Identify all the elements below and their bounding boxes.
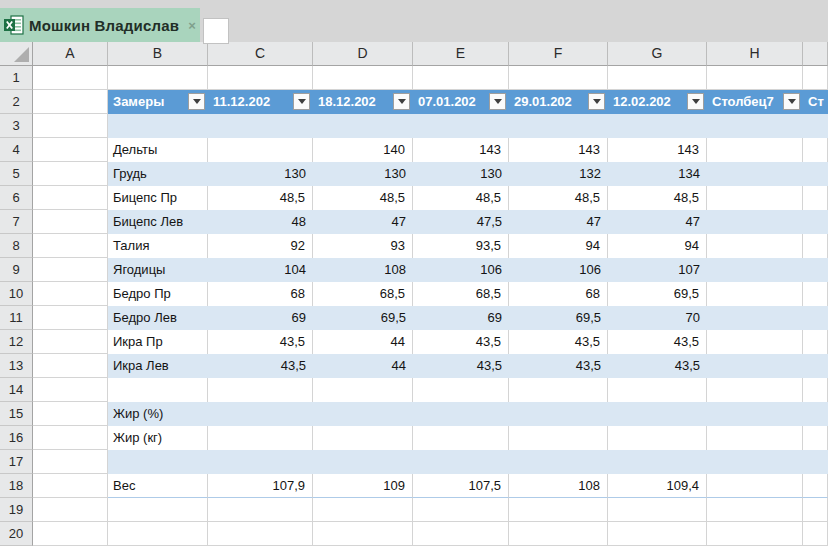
cell-D16[interactable] [313,426,413,450]
filter-dropdown-button[interactable] [783,93,800,110]
row-header-12[interactable]: 12 [0,330,33,354]
cell-D1[interactable] [313,66,413,90]
cell-B8[interactable]: Талия [108,234,208,258]
cell-A3[interactable] [33,114,108,138]
row-header-10[interactable]: 10 [0,282,33,306]
cell-H18[interactable] [707,474,803,498]
cell-B15[interactable]: Жир (%) [108,402,208,426]
column-header-A[interactable]: A [33,42,108,66]
row-header-5[interactable]: 5 [0,162,33,186]
filter-dropdown-button[interactable] [293,93,310,110]
column-header-D[interactable]: D [313,42,413,66]
cell-D6[interactable]: 48,5 [313,186,413,210]
cell-F3[interactable] [509,114,608,138]
cell-F1[interactable] [509,66,608,90]
cell-I7[interactable] [803,210,828,234]
cell-E5[interactable]: 130 [413,162,509,186]
cell-F5[interactable]: 132 [509,162,608,186]
cell-D3[interactable] [313,114,413,138]
cell-I15[interactable] [803,402,828,426]
cell-C1[interactable] [208,66,313,90]
column-header-G[interactable]: G [608,42,707,66]
cell-A10[interactable] [33,282,108,306]
cell-H10[interactable] [707,282,803,306]
filter-dropdown-button[interactable] [588,93,605,110]
cell-I10[interactable] [803,282,828,306]
row-header-6[interactable]: 6 [0,186,33,210]
cell-G7[interactable]: 47 [608,210,707,234]
row-header-20[interactable]: 20 [0,522,33,546]
cell-B18[interactable]: Вес [108,474,208,498]
cell-A17[interactable] [33,450,108,474]
cell-F18[interactable]: 108 [509,474,608,498]
cell-B13[interactable]: Икра Лев [108,354,208,378]
cell-A16[interactable] [33,426,108,450]
cell-A13[interactable] [33,354,108,378]
row-header-19[interactable]: 19 [0,498,33,522]
cell-C19[interactable] [208,498,313,522]
cell-C9[interactable]: 104 [208,258,313,282]
cell-C6[interactable]: 48,5 [208,186,313,210]
cell-B6[interactable]: Бицепс Пр [108,186,208,210]
cell-H14[interactable] [707,378,803,402]
cell-A11[interactable] [33,306,108,330]
cell-G6[interactable]: 48,5 [608,186,707,210]
cell-A6[interactable] [33,186,108,210]
cell-G9[interactable]: 107 [608,258,707,282]
cell-G16[interactable] [608,426,707,450]
tab-close-icon[interactable]: × [188,19,196,32]
cell-G5[interactable]: 134 [608,162,707,186]
cell-I14[interactable] [803,378,828,402]
cell-I18[interactable] [803,474,828,498]
cell-C4[interactable] [208,138,313,162]
cell-I5[interactable] [803,162,828,186]
cell-A19[interactable] [33,498,108,522]
cell-I3[interactable] [803,114,828,138]
cell-I8[interactable] [803,234,828,258]
cell-C15[interactable] [208,402,313,426]
cell-C8[interactable]: 92 [208,234,313,258]
row-header-4[interactable]: 4 [0,138,33,162]
cell-E18[interactable]: 107,5 [413,474,509,498]
cell-F10[interactable]: 68 [509,282,608,306]
cell-C20[interactable] [208,522,313,546]
cell-I19[interactable] [803,498,828,522]
cell-H6[interactable] [707,186,803,210]
cell-B7[interactable]: Бицепс Лев [108,210,208,234]
row-header-14[interactable]: 14 [0,378,33,402]
cell-G15[interactable] [608,402,707,426]
cell-I9[interactable] [803,258,828,282]
cell-D8[interactable]: 93 [313,234,413,258]
filter-dropdown-button[interactable] [489,93,506,110]
cell-E9[interactable]: 106 [413,258,509,282]
cell-F12[interactable]: 43,5 [509,330,608,354]
filter-dropdown-button[interactable] [188,93,205,110]
cell-C13[interactable]: 43,5 [208,354,313,378]
cell-A12[interactable] [33,330,108,354]
cell-D17[interactable] [313,450,413,474]
cell-D7[interactable]: 47 [313,210,413,234]
row-header-18[interactable]: 18 [0,474,33,498]
cell-H5[interactable] [707,162,803,186]
cell-D10[interactable]: 68,5 [313,282,413,306]
cell-B9[interactable]: Ягодицы [108,258,208,282]
cell-E1[interactable] [413,66,509,90]
cell-H3[interactable] [707,114,803,138]
cell-C14[interactable] [208,378,313,402]
column-header-E[interactable]: E [413,42,509,66]
cell-I17[interactable] [803,450,828,474]
cell-B17[interactable] [108,450,208,474]
cell-I16[interactable] [803,426,828,450]
cell-E11[interactable]: 69 [413,306,509,330]
cell-H4[interactable] [707,138,803,162]
cell-C17[interactable] [208,450,313,474]
cell-B11[interactable]: Бедро Лев [108,306,208,330]
cell-F4[interactable]: 143 [509,138,608,162]
new-tab-button[interactable] [203,18,229,44]
cell-D20[interactable] [313,522,413,546]
cell-C11[interactable]: 69 [208,306,313,330]
filter-dropdown-button[interactable] [393,93,410,110]
cell-A8[interactable] [33,234,108,258]
cell-D14[interactable] [313,378,413,402]
column-header-H[interactable]: H [707,42,803,66]
